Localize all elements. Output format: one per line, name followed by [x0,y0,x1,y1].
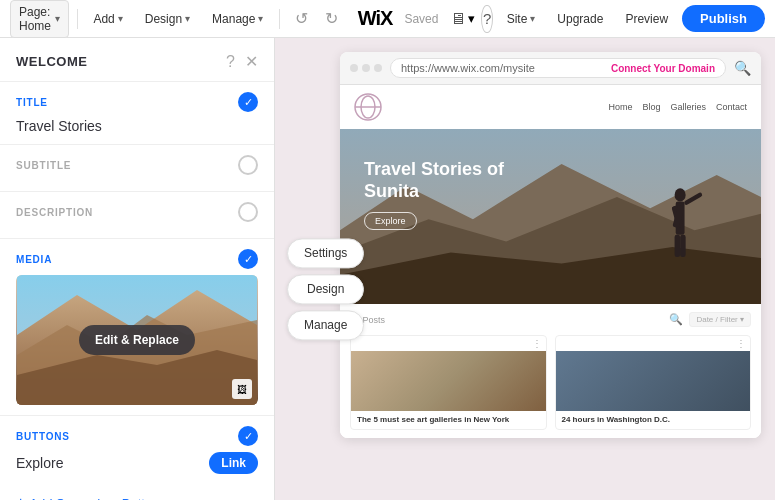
plus-icon: + [16,494,25,500]
panel-header: WELCOME ? ✕ [0,38,274,82]
dot-green [374,64,382,72]
undo-redo-group: ↺ ↻ [288,5,346,33]
media-thumbnail[interactable]: Edit & Replace 🖼 [16,275,258,405]
device-chevron: ▾ [468,11,475,26]
subtitle-section-header: SUBTITLE [16,155,258,175]
dot-yellow [362,64,370,72]
title-label: TITLE [16,97,48,108]
undo-button[interactable]: ↺ [288,5,316,33]
manage-float-button[interactable]: Manage [287,310,364,340]
description-section-header: DESCRIPTION [16,202,258,222]
card2-body: 24 hours in Washington D.C. [556,411,751,429]
browser-bar: https://www.wix.com/mysite Connect Your … [340,52,761,85]
saved-status: Saved [404,12,438,26]
site-preview: Home Blog Galleries Contact [340,85,761,438]
add-chevron: ▾ [118,13,123,24]
subtitle-circle-icon [238,155,258,175]
blog-header: All Posts 🔍 Date / Filter ▾ [350,312,751,327]
browser-dots [350,64,382,72]
upgrade-button[interactable]: Upgrade [549,8,611,30]
hero-title: Travel Stories ofSunita [364,159,504,202]
media-overlay: Edit & Replace [16,275,258,405]
svg-rect-15 [675,235,681,257]
help-icon[interactable]: ? [226,53,235,71]
edit-replace-button[interactable]: Edit & Replace [79,325,195,355]
blog-search-icon[interactable]: 🔍 [669,313,683,326]
panel-title: WELCOME [16,54,87,69]
card1-dots: ⋮ [351,336,546,351]
main-layout: WELCOME ? ✕ TITLE Travel Stories SUBTITL… [0,38,775,500]
buttons-check-icon [238,426,258,446]
page-selector-label: Page: Home [19,5,51,33]
manage-menu[interactable]: Manage ▾ [204,8,271,30]
title-section-header: TITLE [16,92,258,112]
card2-image [556,351,751,411]
title-value[interactable]: Travel Stories [16,118,258,134]
site-nav-links: Home Blog Galleries Contact [608,102,747,112]
preview-button[interactable]: Preview [617,8,676,30]
dot-red [350,64,358,72]
button-value[interactable]: Explore [16,455,63,471]
media-section-header: MEDIA [16,249,258,269]
manage-chevron: ▾ [258,13,263,24]
card1-three-dots[interactable]: ⋮ [532,338,542,349]
site-chevron: ▾ [530,13,535,24]
left-panel: WELCOME ? ✕ TITLE Travel Stories SUBTITL… [0,38,275,500]
media-corner-icon: 🖼 [232,379,252,399]
close-icon[interactable]: ✕ [245,52,258,71]
redo-button[interactable]: ↻ [318,5,346,33]
button-row: Explore Link [16,452,258,474]
description-label: DESCRIPTION [16,207,93,218]
media-label: MEDIA [16,254,52,265]
buttons-section-header: BUTTONS [16,426,258,446]
browser-search-icon: 🔍 [734,60,751,76]
navbar: Page: Home ▾ Add ▾ Design ▾ Manage ▾ ↺ ↻… [0,0,775,38]
nav-link-home[interactable]: Home [608,102,632,112]
float-buttons: Settings Design Manage [287,238,364,340]
title-section: TITLE Travel Stories [0,82,274,144]
browser-url-bar[interactable]: https://www.wix.com/mysite Connect Your … [390,58,726,78]
blog-filter[interactable]: Date / Filter ▾ [689,312,751,327]
add-secondary-button[interactable]: + Add Secondary Button [0,484,274,500]
card2-dots: ⋮ [556,336,751,351]
site-hero: Travel Stories ofSunita Explore [340,129,761,304]
publish-button[interactable]: Publish [682,5,765,32]
subtitle-label: SUBTITLE [16,160,71,171]
blog-card-2[interactable]: ⋮ 24 hours in Washington D.C. [555,335,752,430]
browser-mockup: https://www.wix.com/mysite Connect Your … [340,52,761,438]
wix-logo: WiX [358,7,393,30]
buttons-section: BUTTONS Explore Link [0,416,274,484]
blog-section: All Posts 🔍 Date / Filter ▾ ⋮ [340,304,761,438]
title-check-icon [238,92,258,112]
help-button[interactable]: ? [481,5,492,33]
nav-link-contact[interactable]: Contact [716,102,747,112]
buttons-label: BUTTONS [16,431,70,442]
blog-card-1[interactable]: ⋮ The 5 must see art galleries in New Yo… [350,335,547,430]
design-menu[interactable]: Design ▾ [137,8,198,30]
device-toggle[interactable]: 🖥 ▾ [450,10,475,28]
design-chevron: ▾ [185,13,190,24]
page-selector[interactable]: Page: Home ▾ [10,0,69,38]
card2-three-dots[interactable]: ⋮ [736,338,746,349]
settings-float-button[interactable]: Settings [287,238,364,268]
add-menu[interactable]: Add ▾ [85,8,130,30]
media-section: MEDIA [0,239,274,415]
description-section: DESCRIPTION [0,192,274,238]
nav-link-galleries[interactable]: Galleries [670,102,706,112]
site-menu[interactable]: Site ▾ [499,8,544,30]
connect-domain-link[interactable]: Connect Your Domain [611,63,715,74]
svg-point-11 [675,188,686,201]
panel-header-icons: ? ✕ [226,52,258,71]
link-tag[interactable]: Link [209,452,258,474]
design-float-button[interactable]: Design [287,274,364,304]
blog-cards: ⋮ The 5 must see art galleries in New Yo… [350,335,751,430]
media-check-icon [238,249,258,269]
subtitle-section: SUBTITLE [0,145,274,191]
nav-link-blog[interactable]: Blog [642,102,660,112]
site-nav: Home Blog Galleries Contact [340,85,761,129]
svg-rect-16 [680,235,686,257]
explore-button[interactable]: Explore [364,212,417,230]
url-text: https://www.wix.com/mysite [401,62,535,74]
page-selector-chevron: ▾ [55,13,60,24]
add-secondary-label: Add Secondary Button [29,496,159,501]
